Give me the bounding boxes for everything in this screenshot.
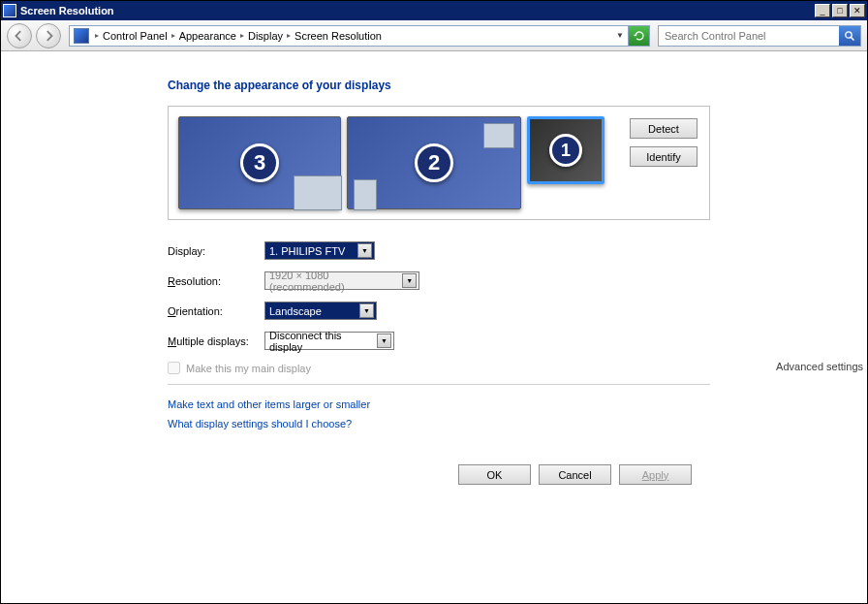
forward-arrow-icon [43, 30, 54, 42]
close-button[interactable]: ✕ [850, 4, 865, 17]
search-button[interactable] [839, 26, 860, 46]
monitor-number: 1 [549, 134, 582, 167]
chevron-icon[interactable]: ▸ [93, 31, 101, 40]
title-bar: Screen Resolution _ □ ✕ [1, 1, 867, 20]
advanced-settings-link[interactable]: Advanced settings [325, 361, 867, 372]
resolution-label: Resolution: [168, 275, 264, 287]
orientation-label: Orientation: [168, 305, 264, 317]
chevron-icon[interactable]: ▸ [285, 31, 293, 40]
chevron-down-icon: ▼ [359, 303, 374, 318]
address-bar[interactable]: ▸ Control Panel ▸ Appearance ▸ Display ▸… [69, 25, 650, 47]
monitor-window-icon [483, 123, 514, 148]
chevron-icon[interactable]: ▸ [170, 31, 177, 40]
search-box[interactable] [658, 25, 861, 47]
page-heading: Change the appearance of your displays [168, 79, 867, 92]
monitor-3[interactable]: 3 [178, 116, 341, 209]
window-title: Screen Resolution [20, 5, 813, 16]
help-link[interactable]: What display settings should I choose? [168, 418, 867, 429]
back-arrow-icon [14, 30, 25, 42]
main-display-label: Make this my main display [186, 363, 311, 374]
breadcrumb-screen-resolution[interactable]: Screen Resolution [293, 30, 384, 42]
main-display-checkbox [168, 362, 180, 374]
minimize-button[interactable]: _ [815, 4, 830, 17]
ok-button[interactable]: OK [458, 464, 531, 485]
orientation-select[interactable]: Landscape ▼ [264, 302, 377, 320]
apply-button: Apply [619, 464, 692, 485]
monitor-1-selected[interactable]: 1 [527, 116, 604, 184]
resolution-select: 1920 × 1080 (recommended) ▼ [264, 271, 419, 290]
chevron-down-icon: ▼ [377, 334, 391, 348]
refresh-icon [634, 30, 645, 42]
chevron-down-icon: ▼ [402, 273, 417, 288]
monitor-2[interactable]: 2 [347, 116, 521, 209]
maximize-button[interactable]: □ [832, 4, 848, 17]
multiple-displays-label: Multiple displays: [168, 335, 264, 347]
search-icon [844, 30, 855, 42]
identify-button[interactable]: Identify [630, 146, 698, 167]
forward-button[interactable] [36, 23, 61, 48]
address-dropdown[interactable]: ▼ [612, 31, 628, 40]
monitor-window-icon [354, 179, 377, 210]
display-label: Display: [168, 245, 264, 257]
divider [168, 384, 710, 385]
chevron-icon[interactable]: ▸ [238, 31, 246, 40]
orientation-value: Landscape [269, 305, 322, 317]
monitor-number: 3 [240, 143, 279, 182]
svg-line-1 [852, 37, 854, 40]
breadcrumb-control-panel[interactable]: Control Panel [101, 30, 170, 42]
back-button[interactable] [7, 23, 32, 48]
breadcrumb-display[interactable]: Display [246, 30, 285, 42]
display-select[interactable]: 1. PHILIPS FTV ▼ [264, 241, 375, 260]
cancel-button[interactable]: Cancel [539, 464, 611, 485]
chevron-down-icon: ▼ [357, 243, 372, 258]
detect-button[interactable]: Detect [630, 118, 698, 139]
resolution-value: 1920 × 1080 (recommended) [269, 270, 402, 293]
text-size-link[interactable]: Make text and other items larger or smal… [168, 398, 867, 410]
nav-bar: ▸ Control Panel ▸ Appearance ▸ Display ▸… [1, 20, 867, 51]
multiple-displays-select[interactable]: Disconnect this display ▼ [264, 332, 394, 350]
display-value: 1. PHILIPS FTV [269, 245, 345, 257]
search-input[interactable] [659, 30, 839, 42]
monitor-window-icon [294, 175, 342, 210]
breadcrumb-appearance[interactable]: Appearance [177, 30, 238, 42]
monitor-number: 2 [415, 143, 453, 182]
multiple-displays-value: Disconnect this display [269, 330, 377, 353]
display-arrangement-box[interactable]: 3 2 1 Detect Identify [168, 106, 710, 220]
control-panel-icon [74, 28, 89, 44]
refresh-button[interactable] [628, 26, 649, 46]
svg-point-0 [846, 31, 852, 37]
window-icon [3, 4, 16, 17]
